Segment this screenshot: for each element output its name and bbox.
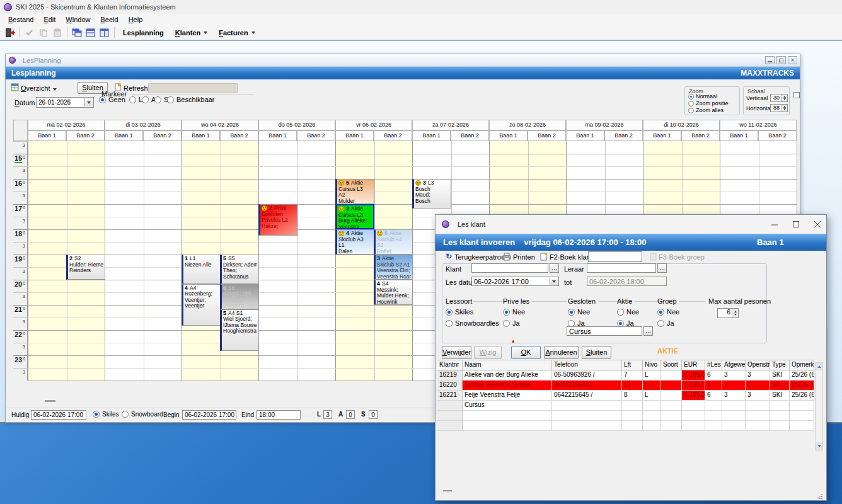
table-row[interactable]: 16219Alieke van der Burg Alieke06-509639… xyxy=(437,370,814,381)
calendar-event[interactable]: 3AktieCursus L3Burg Alieke;Veenstra xyxy=(335,204,374,229)
menu-beeld[interactable]: Beeld xyxy=(96,15,122,24)
menu-edit[interactable]: Edit xyxy=(39,15,60,24)
chevron-down-icon[interactable] xyxy=(550,278,558,285)
calendar-event[interactable]: 2S2Hulder; RiemenReinders xyxy=(66,255,105,280)
f2-boek-klant-button[interactable]: F2-Boek klant xyxy=(550,253,592,261)
calendar-event[interactable]: 4A4Rozenberg;Veentjer;Veentjer xyxy=(182,284,221,326)
radio-prive-les-nee[interactable]: Nee xyxy=(503,308,525,316)
column-header-lft[interactable]: Lft xyxy=(622,360,643,370)
huidig-field[interactable]: 06-02-2026 17:00 xyxy=(31,410,86,420)
boek-klant-icon xyxy=(540,252,548,262)
scroll-down-icon[interactable] xyxy=(816,442,822,450)
column-header-naam[interactable]: Naam xyxy=(463,360,552,370)
toolbar-lesplanning-button[interactable]: Lesplanning xyxy=(117,28,170,38)
cursus-combobox[interactable]: Cursus xyxy=(567,326,642,336)
radio-groep-ja[interactable]: Ja xyxy=(657,319,674,327)
day-column[interactable] xyxy=(258,141,335,381)
check-icon[interactable] xyxy=(23,26,37,39)
sluiten-dialog-button[interactable]: Sluiten xyxy=(582,346,611,359)
exit-icon[interactable] xyxy=(3,26,17,39)
dialog-icon xyxy=(442,220,449,228)
radio-markeer-s[interactable]: S xyxy=(154,96,168,103)
lesdatum-combobox[interactable]: 06-02-2026 17:00 xyxy=(471,277,559,286)
leraar-browse-button[interactable]: … xyxy=(657,263,667,273)
day-column[interactable] xyxy=(105,141,182,381)
calendar-event[interactable]: 2PriveGeslotenPriveles L2Hakze; xyxy=(258,204,297,236)
column-header-les[interactable]: #Les xyxy=(705,360,722,370)
table-scrollbar[interactable] xyxy=(815,362,823,450)
toolbar-klanten-button[interactable]: Klanten xyxy=(170,28,213,38)
scroll-up-icon[interactable] xyxy=(816,363,822,370)
radio-markeer-geen[interactable]: Geen xyxy=(99,96,125,103)
terugkeerpatroon-button[interactable]: Terugkeerpatroon xyxy=(454,253,509,261)
radio-prive-les-ja[interactable]: Ja xyxy=(503,319,520,327)
klant-input[interactable] xyxy=(471,263,548,273)
radio-aktie-nee[interactable]: Nee xyxy=(617,308,639,316)
column-header-eur[interactable]: EUR xyxy=(682,360,705,370)
column-header-nivo[interactable]: Nivo xyxy=(643,360,661,370)
table-row[interactable]: 16221Feije Veenstra Feije0642215645 /8L€… xyxy=(437,391,814,401)
menu-help[interactable]: Help xyxy=(124,15,147,24)
calendar-event[interactable]: 6AktieSkiclub A4S2Roffel; xyxy=(374,229,413,255)
column-header-type[interactable]: Type xyxy=(770,360,790,370)
radio-markeer-a[interactable]: A xyxy=(142,96,156,103)
annuleren-button[interactable]: Annuleren xyxy=(544,346,579,359)
menu-window[interactable]: Window xyxy=(61,15,95,24)
toolbar-facturen-button[interactable]: Facturen xyxy=(213,28,260,38)
column-header-opmerking[interactable]: Opmerking xyxy=(790,360,814,370)
dialog-minimize-button[interactable] xyxy=(764,215,785,234)
table-row[interactable]: Cursus xyxy=(437,401,814,411)
table-cell xyxy=(705,401,722,411)
radio-markeer-beschikbaar[interactable]: Beschikbaar xyxy=(167,96,215,103)
verwijder-button[interactable]: Verwijder xyxy=(442,346,471,359)
max-aantal-spinner[interactable]: 6 xyxy=(717,308,739,318)
dialog-maximize-button[interactable] xyxy=(786,215,806,234)
leraar-input[interactable] xyxy=(587,263,656,273)
table-cell: € 195,00 xyxy=(682,381,705,391)
zoek-input[interactable] xyxy=(588,251,642,262)
table-row[interactable]: 16220Sytske Veenstra Sytske0642215645 /1… xyxy=(437,381,814,391)
radio-snowboard-status[interactable]: Snowboard xyxy=(122,411,163,418)
dialog-close-button[interactable] xyxy=(807,215,828,234)
calendar-event[interactable]: 5S5Dirksen; AdemaTheo;Schotanus xyxy=(220,255,259,284)
column-header-afgewerkt[interactable]: Afgewerkt xyxy=(722,360,746,370)
calendar-event[interactable]: 5A4 S1Wiel Sjoerd;IJtsma Bouwe;Hooghiems… xyxy=(220,309,259,352)
table-row[interactable] xyxy=(437,421,814,431)
tile-vertical-icon[interactable] xyxy=(98,26,112,39)
resize-grip[interactable] xyxy=(817,494,822,499)
radio-markeer-l[interactable]: L xyxy=(129,96,142,103)
radio-gesloten-nee[interactable]: Nee xyxy=(568,308,590,316)
calendar-event[interactable]: 5AktieCursus L3A2Mulder xyxy=(335,179,374,204)
calendar-event[interactable]: 4S4Messink;Mulder Henk;Houwink xyxy=(374,280,413,305)
klant-browse-button[interactable]: … xyxy=(550,263,559,273)
splitter-handle[interactable] xyxy=(45,400,55,402)
cascade-windows-icon[interactable] xyxy=(70,26,84,39)
radio-lessoort-skiles[interactable]: Skiles xyxy=(446,308,473,316)
column-header-soort[interactable]: Soort xyxy=(661,360,682,370)
day-header: wo 04-02-2026 xyxy=(182,120,258,130)
calendar-event[interactable]: 3L3BoschMaud;Bosch xyxy=(412,179,451,209)
paste-icon[interactable] xyxy=(50,26,64,39)
printen-button[interactable]: Printen xyxy=(513,253,535,261)
eind-field[interactable]: 18:00 xyxy=(257,410,301,420)
table-cell xyxy=(661,391,682,401)
column-header-klantnr[interactable]: Klantnr xyxy=(437,360,463,370)
calendar-event[interactable]: 4AktieSkiclub A3L1Dalen xyxy=(335,229,374,255)
time-label: 170 xyxy=(13,204,28,217)
begin-field[interactable]: 06-02-2026 17:00 xyxy=(182,410,236,420)
calendar-event[interactable]: 6S6Bergijk; DijkTsjalling;Boersma Jacob xyxy=(220,284,259,309)
calendar-event[interactable]: 3AktieSkiclub S2 A1Veenstra Elin;Veenstr… xyxy=(374,255,413,280)
table-row[interactable] xyxy=(437,411,814,421)
column-header-telefoon[interactable]: Telefoon xyxy=(552,360,622,370)
app-title: SKI 2025 - Skicentrum & Klanten Informat… xyxy=(16,3,176,11)
tile-horizontal-icon[interactable] xyxy=(84,26,98,39)
calendar-event[interactable]: 1L1Niezen Alle xyxy=(182,255,221,284)
copy-icon[interactable] xyxy=(37,26,50,39)
radio-skiles-status[interactable]: Skiles xyxy=(93,411,119,418)
radio-groep-nee[interactable]: Nee xyxy=(657,308,679,316)
menu-bestand[interactable]: Bestand xyxy=(4,15,38,24)
ok-button[interactable]: OK xyxy=(511,346,541,359)
radio-lessoort-snowboardles[interactable]: Snowboardles xyxy=(446,319,499,327)
column-header-openstnd[interactable]: Openstnd. xyxy=(746,360,770,370)
cursus-browse-button[interactable]: … xyxy=(643,326,653,336)
